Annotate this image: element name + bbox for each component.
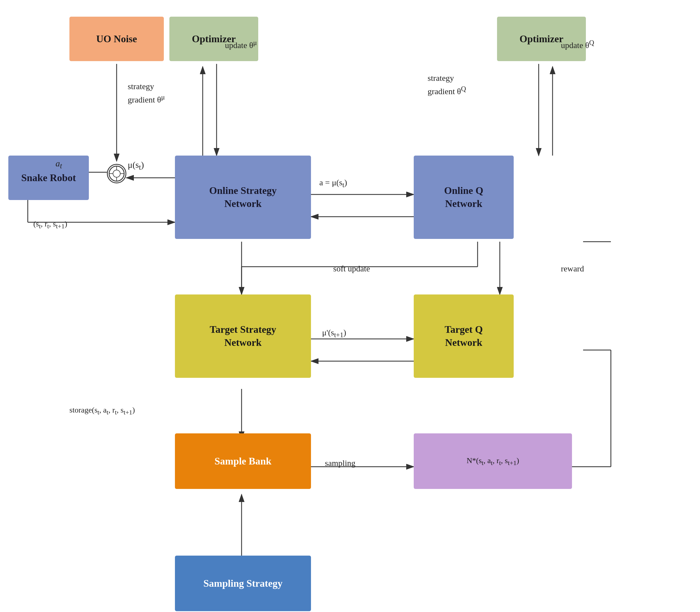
reward-label: reward — [561, 264, 584, 273]
storage-label: storage(st, at, rt, st+1) — [69, 406, 135, 416]
uo-noise-node: UO Noise — [69, 17, 164, 61]
n-samples-label: N*(st, at, rt, st+1) — [467, 456, 519, 467]
mu-st-label: μ(st) — [128, 160, 144, 172]
s-r-s-label: (st, rt, st+1) — [33, 220, 67, 230]
snake-robot-node: Snake Robot — [8, 156, 89, 200]
snake-robot-label: Snake Robot — [21, 171, 76, 184]
sampling-strategy-node: Sampling Strategy — [175, 556, 311, 611]
sampling-strategy-label: Sampling Strategy — [203, 577, 282, 590]
target-strategy-node: Target Strategy Network — [175, 294, 311, 378]
xor-icon — [108, 165, 125, 182]
sampling-label: sampling — [325, 458, 355, 468]
target-strategy-label: Target Strategy Network — [210, 323, 276, 349]
strategy-gradient-q-label: strategygradient θQ — [428, 72, 466, 97]
xor-circle — [107, 164, 126, 183]
mu-prime-label: μ'(st+1) — [322, 328, 346, 339]
strategy-gradient-mu-label: strategygradient θμ — [128, 81, 165, 106]
target-q-node: Target Q Network — [414, 294, 514, 378]
optimizer-right-label: Optimizer — [519, 32, 563, 45]
sample-bank-node: Sample Bank — [175, 433, 311, 489]
online-q-node: Online Q Network — [414, 156, 514, 239]
svg-point-30 — [113, 170, 120, 177]
sample-bank-label: Sample Bank — [214, 455, 271, 468]
update-mu-label: update θμ — [225, 39, 257, 50]
online-strategy-label: Online Strategy Network — [209, 184, 277, 210]
target-q-label: Target Q Network — [445, 323, 483, 349]
at-label: at — [56, 158, 62, 170]
uo-noise-label: UO Noise — [96, 32, 137, 45]
n-samples-node: N*(st, at, rt, st+1) — [414, 433, 572, 489]
online-q-label: Online Q Network — [444, 184, 483, 210]
a-eq-mu-label: a = μ(st) — [319, 178, 347, 189]
soft-update-label: soft update — [333, 264, 370, 273]
update-q-label: update θQ — [561, 39, 594, 50]
online-strategy-node: Online Strategy Network — [175, 156, 311, 239]
